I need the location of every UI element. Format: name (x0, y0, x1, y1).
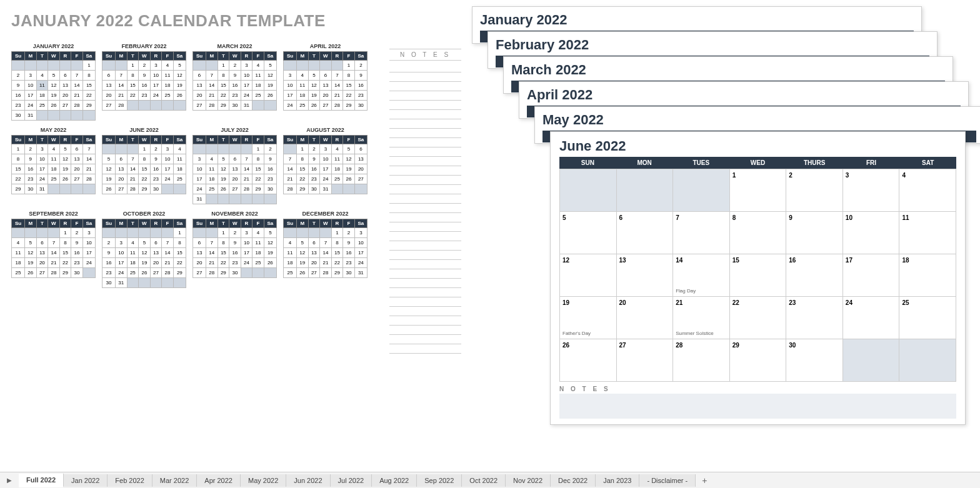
day-cell[interactable]: 24 (843, 297, 900, 339)
day-cell: 29 (218, 268, 229, 278)
note-line[interactable] (389, 82, 461, 91)
note-line[interactable] (389, 185, 461, 194)
sheet-tab[interactable]: May 2022 (241, 474, 286, 487)
day-cell[interactable]: 14Flag Day (673, 254, 730, 297)
sheet-tab[interactable]: - Disclaimer - (639, 474, 696, 487)
note-line[interactable] (389, 157, 461, 166)
day-cell[interactable]: 27 (617, 339, 674, 382)
note-line[interactable] (389, 119, 461, 129)
note-line[interactable] (389, 269, 461, 279)
note-line[interactable] (389, 72, 461, 82)
sheet-tab[interactable]: Feb 2022 (108, 474, 152, 487)
day-cell: 15 (127, 81, 139, 91)
day-cell[interactable] (617, 169, 674, 212)
note-line[interactable] (389, 194, 461, 204)
day-cell[interactable]: 15 (730, 254, 787, 297)
note-line[interactable] (389, 147, 461, 157)
day-cell[interactable]: 11 (899, 212, 956, 254)
note-line[interactable] (389, 110, 461, 119)
sheet-tab[interactable]: Jul 2022 (331, 474, 372, 487)
note-line[interactable] (389, 176, 461, 185)
sheet-tab[interactable]: Apr 2022 (197, 474, 241, 487)
day-cell: 4 (127, 238, 139, 248)
day-cell: 7 (206, 71, 218, 81)
day-cell[interactable]: 19Father's Day (560, 297, 617, 339)
note-line[interactable] (389, 241, 461, 251)
day-cell[interactable]: 25 (899, 297, 956, 339)
note-line[interactable] (389, 232, 461, 241)
day-cell[interactable] (899, 339, 956, 382)
day-cell[interactable]: 13 (617, 254, 674, 297)
notes-area[interactable] (559, 394, 956, 419)
day-header: F (162, 136, 174, 144)
day-cell[interactable]: 28 (673, 339, 730, 382)
day-cell[interactable]: 18 (899, 254, 956, 297)
sheet-tab[interactable]: Jun 2022 (286, 474, 330, 487)
day-cell: 29 (82, 101, 95, 111)
day-cell[interactable]: 10 (843, 212, 900, 254)
day-cell: 22 (173, 258, 186, 268)
sheet-tab[interactable]: Aug 2022 (372, 474, 417, 487)
day-cell: 30 (354, 101, 367, 111)
day-cell[interactable]: 20 (617, 297, 674, 339)
note-line[interactable] (389, 316, 461, 326)
day-cell[interactable]: 29 (730, 339, 787, 382)
note-line[interactable] (389, 129, 461, 138)
day-cell[interactable] (560, 169, 617, 212)
day-cell[interactable]: 17 (843, 254, 900, 297)
day-cell (162, 278, 174, 288)
day-cell: 19 (59, 164, 71, 174)
note-line[interactable] (389, 138, 461, 147)
note-line[interactable] (389, 307, 461, 316)
day-cell: 20 (116, 174, 128, 184)
day-cell[interactable]: 3 (843, 169, 900, 212)
sheet-tab[interactable]: Full 2022 (19, 474, 64, 487)
note-line[interactable] (389, 260, 461, 269)
day-cell[interactable]: 7 (673, 212, 730, 254)
sheet-tab[interactable]: Dec 2022 (551, 474, 596, 487)
note-line[interactable] (389, 251, 461, 260)
day-cell[interactable]: 6 (617, 212, 674, 254)
day-cell[interactable]: 5 (560, 212, 617, 254)
note-line[interactable] (389, 166, 461, 176)
note-line[interactable] (389, 279, 461, 288)
note-line[interactable] (389, 297, 461, 307)
note-line[interactable] (389, 344, 461, 354)
day-cell[interactable]: 16 (786, 254, 843, 297)
day-cell[interactable]: 1 (730, 169, 787, 212)
sheet-tab[interactable]: Mar 2022 (152, 474, 197, 487)
sheet-tab[interactable]: Oct 2022 (462, 474, 506, 487)
note-line[interactable] (389, 222, 461, 232)
day-cell[interactable]: 2 (786, 169, 843, 212)
note-line[interactable] (389, 91, 461, 101)
day-cell[interactable]: 12 (560, 254, 617, 297)
note-line[interactable] (389, 326, 461, 335)
note-line[interactable] (389, 213, 461, 222)
day-cell: 12 (25, 248, 37, 258)
day-cell[interactable]: 4 (899, 169, 956, 212)
day-cell[interactable]: 30 (786, 339, 843, 382)
tab-nav-prev-icon[interactable]: ▶ (0, 477, 19, 484)
day-cell: 1 (331, 228, 343, 238)
sheet-tab[interactable]: Nov 2022 (506, 474, 551, 487)
day-cell[interactable]: 22 (730, 297, 787, 339)
day-header: SAT (899, 157, 956, 169)
day-cell[interactable]: 26 (560, 339, 617, 382)
day-cell: 5 (48, 71, 60, 81)
day-cell[interactable] (673, 169, 730, 212)
day-cell[interactable]: 8 (730, 212, 787, 254)
note-line[interactable] (389, 288, 461, 297)
sheet-tab[interactable]: Sep 2022 (417, 474, 462, 487)
note-line[interactable] (389, 101, 461, 110)
add-sheet-button[interactable]: + (696, 473, 713, 488)
day-cell[interactable]: 21Summer Solstice (673, 297, 730, 339)
day-cell[interactable]: 23 (786, 297, 843, 339)
note-line[interactable] (389, 204, 461, 213)
day-cell[interactable] (843, 339, 900, 382)
mini-calendar: JUNE 2022SuMTWRFSa1234567891011121314151… (102, 127, 186, 204)
sheet-tab[interactable]: Jan 2023 (596, 474, 639, 487)
note-line[interactable] (389, 335, 461, 344)
sheet-tab[interactable]: Jan 2022 (64, 474, 108, 487)
day-cell[interactable]: 9 (786, 212, 843, 254)
note-line[interactable] (389, 63, 461, 72)
